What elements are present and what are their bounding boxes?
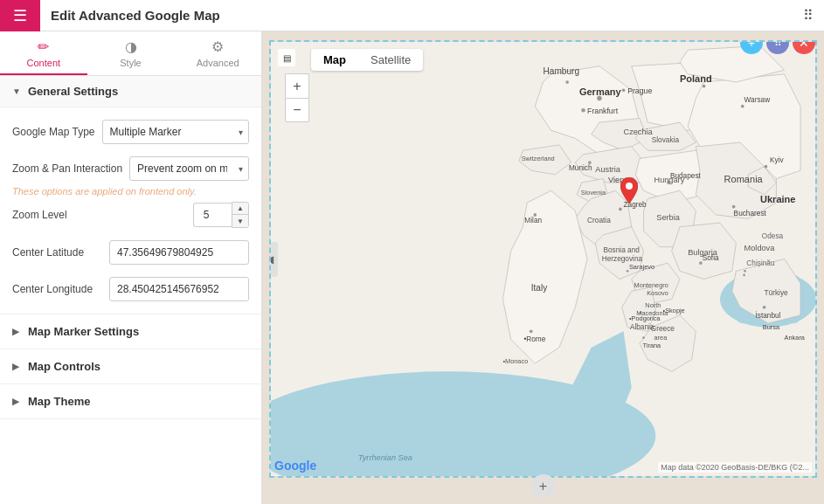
zoom-level-label: Zoom Level bbox=[12, 209, 91, 221]
svg-text:area: area bbox=[654, 334, 668, 342]
map-controls-arrow-icon: ▶ bbox=[12, 362, 19, 371]
zoom-level-increment-button[interactable]: ▲ bbox=[232, 203, 248, 215]
google-map-type-label: Google Map Type bbox=[12, 126, 95, 138]
svg-point-36 bbox=[703, 85, 706, 88]
center-latitude-input[interactable] bbox=[109, 240, 249, 265]
apps-button[interactable]: ⠿ bbox=[793, 0, 824, 31]
map-area: + ⠿ ✕ ◀ ▤ bbox=[262, 31, 824, 504]
svg-point-48 bbox=[588, 161, 592, 164]
tab-content[interactable]: ✏ Content bbox=[0, 31, 87, 75]
svg-text:Tirana: Tirana bbox=[643, 342, 661, 349]
hamburger-icon: ☰ bbox=[13, 6, 27, 25]
map-zoom-controls: + − bbox=[285, 73, 309, 122]
svg-text:Ankara: Ankara bbox=[785, 334, 806, 342]
general-settings-body: Google Map Type Multiple Marker Single M… bbox=[0, 107, 261, 314]
general-settings-header[interactable]: ▼ General Settings bbox=[0, 76, 261, 107]
map-zoom-out-button[interactable]: − bbox=[285, 98, 309, 122]
map-view-satellite-button[interactable]: Satellite bbox=[358, 49, 423, 71]
map-side-toggle-button[interactable]: ◀ bbox=[269, 242, 278, 277]
svg-point-45 bbox=[744, 270, 746, 273]
svg-text:Hamburg: Hamburg bbox=[544, 66, 580, 76]
map-visual: Tyrrhenian Sea Black S... bbox=[271, 42, 815, 476]
svg-text:Sarajevo: Sarajevo bbox=[629, 263, 654, 271]
svg-text:Warsaw: Warsaw bbox=[744, 96, 771, 104]
svg-point-32 bbox=[565, 80, 569, 84]
svg-text:Montenegro: Montenegro bbox=[634, 281, 668, 289]
center-latitude-row: Center Latitude bbox=[12, 240, 249, 265]
svg-point-40 bbox=[765, 165, 768, 169]
advanced-tab-icon: ⚙ bbox=[211, 38, 224, 55]
svg-point-46 bbox=[743, 274, 745, 277]
apps-icon: ⠿ bbox=[803, 7, 814, 24]
style-tab-label: Style bbox=[120, 58, 141, 68]
zoom-pan-select[interactable]: Prevent zoom on m Allow zoom Disable int… bbox=[129, 156, 249, 181]
tab-style[interactable]: ◑ Style bbox=[87, 31, 175, 75]
svg-text:Odesa: Odesa bbox=[762, 232, 784, 240]
svg-point-96 bbox=[626, 183, 633, 190]
svg-text:Chișinău: Chișinău bbox=[746, 259, 775, 267]
svg-text:Herzegovina: Herzegovina bbox=[602, 255, 643, 263]
zoom-level-input[interactable] bbox=[193, 203, 232, 227]
map-container: + ⠿ ✕ ◀ ▤ bbox=[269, 40, 817, 478]
map-marker-settings-label: Map Marker Settings bbox=[28, 325, 139, 338]
google-map-type-row: Google Map Type Multiple Marker Single M… bbox=[12, 120, 249, 144]
map-zoom-in-button[interactable]: + bbox=[285, 73, 309, 98]
zoom-level-spinner-buttons: ▲ ▼ bbox=[232, 202, 249, 228]
map-bottom-add-area: + bbox=[531, 474, 556, 499]
svg-text:Croatia: Croatia bbox=[587, 217, 611, 224]
svg-point-30 bbox=[622, 88, 626, 92]
map-bottom-add-button[interactable]: + bbox=[531, 474, 556, 499]
svg-text:Kosovo: Kosovo bbox=[647, 289, 668, 297]
center-longitude-label: Center Longitude bbox=[12, 283, 93, 295]
svg-text:Moldova: Moldova bbox=[744, 244, 776, 252]
map-marker-settings-header[interactable]: ▶ Map Marker Settings bbox=[0, 314, 261, 349]
hamburger-button[interactable]: ☰ bbox=[0, 0, 40, 31]
sidebar-content: ▼ General Settings Google Map Type Multi… bbox=[0, 76, 261, 504]
svg-text:Türkiye: Türkiye bbox=[765, 289, 789, 297]
sidebar: ✏ Content ◑ Style ⚙ Advanced ▼ General S… bbox=[0, 31, 262, 504]
map-add-button[interactable]: + bbox=[740, 40, 763, 54]
zoom-level-decrement-button[interactable]: ▼ bbox=[232, 215, 248, 227]
svg-text:Bursa: Bursa bbox=[763, 323, 780, 331]
map-theme-header[interactable]: ▶ Map Theme bbox=[0, 384, 261, 419]
svg-text:Hungary: Hungary bbox=[654, 176, 685, 184]
svg-text:•Skopje: •Skopje bbox=[663, 307, 685, 314]
svg-text:Greece: Greece bbox=[651, 325, 675, 333]
map-close-button[interactable]: ✕ bbox=[793, 40, 815, 54]
svg-text:Milan: Milan bbox=[524, 217, 542, 224]
svg-point-28 bbox=[581, 108, 585, 113]
map-view-map-button[interactable]: Map bbox=[311, 49, 358, 71]
svg-text:İstanbul: İstanbul bbox=[755, 311, 780, 320]
svg-text:Serbia: Serbia bbox=[656, 213, 680, 222]
svg-text:Austria: Austria bbox=[595, 165, 620, 174]
svg-text:Switzerland: Switzerland bbox=[522, 155, 555, 162]
map-marker bbox=[620, 177, 638, 206]
main-layout: ✏ Content ◑ Style ⚙ Advanced ▼ General S… bbox=[0, 31, 824, 504]
map-controls-header[interactable]: ▶ Map Controls bbox=[0, 349, 261, 384]
zoom-pan-note: These options are applied on frontend on… bbox=[12, 186, 249, 197]
svg-text:Kyiv: Kyiv bbox=[770, 156, 784, 164]
map-top-controls: + ⠿ ✕ bbox=[740, 40, 815, 54]
svg-text:Romania: Romania bbox=[724, 174, 764, 184]
zoom-pan-label: Zoom & Pan Interaction bbox=[12, 162, 122, 175]
map-logo: Google bbox=[274, 459, 316, 473]
svg-text:Tyrrhenian Sea: Tyrrhenian Sea bbox=[358, 453, 412, 462]
center-latitude-label: Center Latitude bbox=[12, 246, 91, 259]
google-map-type-select[interactable]: Multiple Marker Single Marker Route Map bbox=[102, 120, 249, 144]
svg-text:Frankfurt: Frankfurt bbox=[587, 107, 619, 115]
zoom-pan-select-wrap: Prevent zoom on m Allow zoom Disable int… bbox=[129, 156, 249, 181]
tab-advanced[interactable]: ⚙ Advanced bbox=[174, 31, 261, 75]
svg-text:•Rome: •Rome bbox=[523, 335, 545, 343]
svg-text:Bucharest: Bucharest bbox=[734, 210, 767, 217]
svg-point-38 bbox=[741, 105, 744, 108]
map-theme-arrow-icon: ▶ bbox=[12, 397, 19, 406]
center-longitude-input[interactable] bbox=[109, 277, 249, 301]
google-map-type-select-wrap: Multiple Marker Single Marker Route Map … bbox=[102, 120, 249, 144]
zoom-pan-row: Zoom & Pan Interaction Prevent zoom on m… bbox=[12, 156, 249, 181]
page-title: Edit Advanced Google Map bbox=[40, 8, 793, 23]
general-settings-arrow-icon: ▼ bbox=[12, 86, 21, 96]
top-header: ☰ Edit Advanced Google Map ⠿ bbox=[0, 0, 824, 31]
map-grid-button[interactable]: ⠿ bbox=[766, 40, 789, 54]
content-tab-label: Content bbox=[27, 58, 61, 68]
svg-point-88 bbox=[763, 306, 766, 309]
